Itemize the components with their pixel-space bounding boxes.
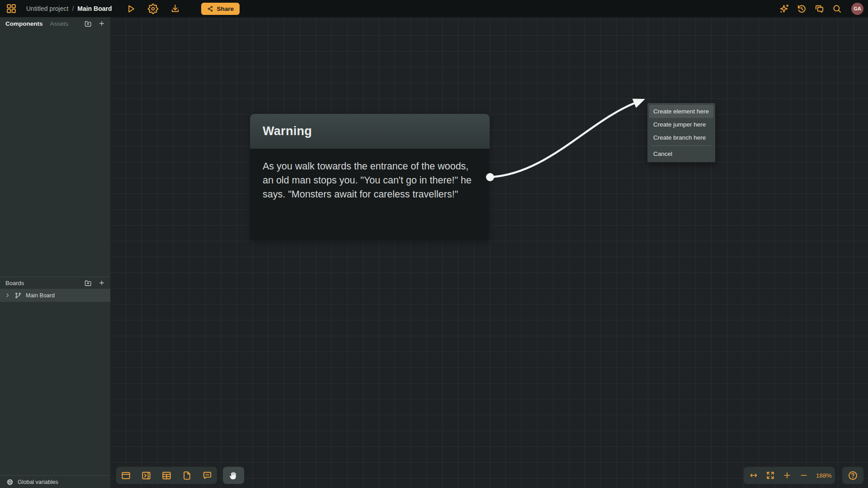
question-mark-icon — [848, 470, 858, 481]
topbar: Untitled project / Main Board Share — [0, 0, 868, 17]
breadcrumb-separator: / — [72, 5, 74, 12]
add-component-button[interactable] — [98, 19, 106, 28]
comment-bubble-icon — [202, 470, 212, 481]
add-board-folder-button[interactable] — [84, 279, 92, 287]
create-comment-tool-button[interactable] — [202, 470, 212, 481]
search-icon — [832, 4, 842, 14]
menu-item-create-element[interactable]: Create element here — [649, 105, 713, 118]
export-button[interactable] — [170, 4, 180, 14]
globe-icon — [6, 479, 14, 486]
board-row-main-board[interactable]: Main Board — [0, 289, 110, 302]
download-icon — [170, 4, 180, 14]
menu-item-create-branch[interactable]: Create branch here — [649, 131, 713, 144]
share-button[interactable]: Share — [201, 3, 240, 15]
add-component-folder-button[interactable] — [84, 19, 92, 28]
chat-icon — [814, 4, 825, 14]
add-board-button[interactable] — [98, 279, 106, 287]
element-node-text: As you walk towards the entrance of the … — [263, 160, 477, 202]
avatar[interactable]: GA — [851, 3, 863, 15]
fit-width-icon — [749, 471, 758, 480]
element-node-body: As you walk towards the entrance of the … — [250, 149, 490, 241]
gear-icon — [148, 4, 158, 14]
plus-icon — [783, 471, 792, 480]
expand-arrows-icon — [766, 471, 775, 480]
ai-assistant-button[interactable] — [779, 4, 789, 14]
components-panel-header: Components Assets — [0, 17, 110, 30]
breadcrumb-board: Main Board — [77, 5, 112, 12]
element-node[interactable]: Warning As you walk towards the entrance… — [250, 114, 490, 241]
connection-curve — [110, 17, 868, 488]
app-logo-icon — [6, 3, 17, 14]
sidebar: Components Assets Boards — [0, 17, 110, 488]
note-page-icon — [182, 470, 192, 481]
element-card-icon — [121, 470, 131, 481]
search-button[interactable] — [832, 4, 842, 14]
boards-panel-header: Boards — [0, 277, 110, 289]
element-node-header: Warning — [250, 114, 490, 149]
breadcrumb-project[interactable]: Untitled project — [26, 5, 68, 12]
zoom-out-button[interactable] — [799, 471, 808, 480]
element-node-title: Warning — [263, 124, 312, 138]
app-menu-button[interactable] — [5, 3, 17, 14]
zoom-level: 188% — [816, 472, 832, 479]
arrowhead-icon — [632, 99, 645, 108]
history-button[interactable] — [797, 4, 807, 14]
table-icon — [161, 470, 172, 481]
canvas[interactable]: Warning As you walk towards the entrance… — [110, 17, 868, 488]
chevron-right-icon — [5, 292, 10, 298]
menu-separator — [651, 145, 712, 146]
play-button[interactable] — [126, 4, 136, 14]
folder-plus-icon — [84, 20, 92, 28]
create-branch-tool-button[interactable] — [161, 470, 172, 481]
jumper-icon — [141, 470, 151, 481]
play-icon — [126, 4, 136, 14]
board-branch-icon — [14, 292, 22, 299]
global-variables-label: Global variables — [18, 479, 58, 485]
help-button[interactable] — [842, 467, 863, 484]
plus-icon — [98, 20, 105, 27]
folder-plus-icon — [84, 279, 92, 287]
comments-button[interactable] — [814, 4, 825, 14]
context-menu: Create element here Create jumper here C… — [647, 103, 715, 162]
share-button-label: Share — [217, 5, 234, 12]
components-list — [0, 30, 110, 277]
breadcrumb: Untitled project / Main Board — [26, 5, 112, 12]
topbar-right: GA — [779, 3, 863, 15]
zoom-toolbar: 188% — [744, 467, 835, 484]
tab-assets[interactable]: Assets — [50, 20, 69, 27]
topbar-actions: Share — [126, 3, 240, 15]
avatar-initials: GA — [854, 6, 861, 11]
history-icon — [797, 4, 807, 14]
minus-icon — [799, 471, 808, 480]
hand-icon — [229, 471, 238, 480]
hand-tool-button[interactable] — [223, 467, 244, 484]
element-tools-toolbar — [116, 467, 217, 484]
menu-item-cancel[interactable]: Cancel — [649, 147, 713, 160]
sparkle-icon — [779, 4, 789, 14]
fit-width-button[interactable] — [749, 471, 758, 480]
menu-item-create-jumper[interactable]: Create jumper here — [649, 118, 713, 131]
create-jumper-tool-button[interactable] — [141, 470, 151, 481]
board-row-label: Main Board — [26, 292, 55, 299]
tab-components[interactable]: Components — [5, 20, 43, 27]
global-variables-button[interactable]: Global variables — [0, 475, 110, 488]
create-element-tool-button[interactable] — [121, 470, 131, 481]
connector-handle[interactable] — [486, 173, 494, 181]
zoom-in-button[interactable] — [783, 471, 792, 480]
plus-icon — [98, 279, 105, 286]
boards-header-label: Boards — [5, 280, 24, 286]
settings-button[interactable] — [148, 4, 158, 14]
create-note-tool-button[interactable] — [182, 470, 192, 481]
fit-screen-button[interactable] — [766, 471, 775, 480]
share-icon — [207, 5, 214, 12]
